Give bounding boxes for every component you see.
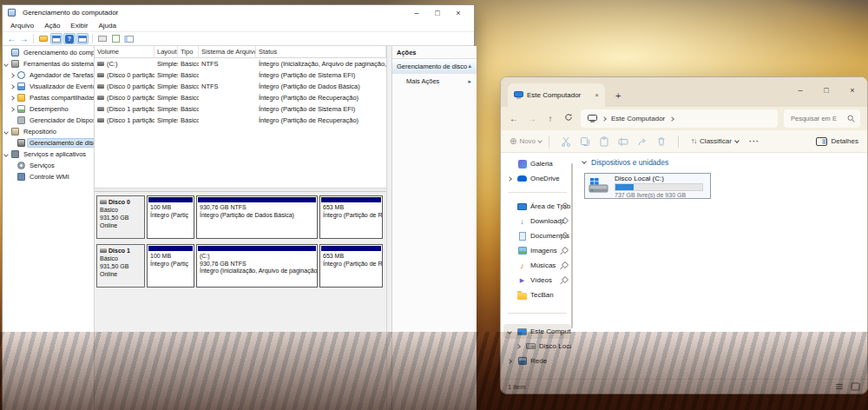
column-header-fs[interactable]: Sistema de Arquivos xyxy=(199,46,256,58)
console-window2-icon[interactable] xyxy=(76,33,89,44)
sidebar-item-tecban[interactable]: TecBan xyxy=(503,288,571,302)
forward-icon[interactable]: → xyxy=(526,113,538,125)
scrollbar-thumb[interactable] xyxy=(571,163,573,328)
tab-close-icon[interactable]: × xyxy=(595,91,599,99)
chevron-right-icon[interactable] xyxy=(10,84,15,89)
menu-acao[interactable]: Ação xyxy=(39,21,65,30)
delete-icon[interactable] xyxy=(656,136,667,147)
console-window-icon[interactable] xyxy=(50,33,62,44)
chevron-right-icon[interactable] xyxy=(10,96,15,101)
paste-icon[interactable] xyxy=(599,136,609,147)
sidebar-item-videos[interactable]: ▶Vídeos xyxy=(503,273,571,288)
chevron-right-icon[interactable] xyxy=(602,116,607,122)
partition[interactable]: 100 MBÍntegro (Partiç xyxy=(147,244,194,288)
new-tab-button[interactable]: + xyxy=(615,91,621,101)
chevron-right-icon[interactable] xyxy=(507,359,512,364)
menu-ajuda[interactable]: Ajuda xyxy=(93,21,121,30)
rename-icon[interactable] xyxy=(618,136,628,147)
chevron-right-icon[interactable] xyxy=(10,73,15,78)
section-devices-and-drives[interactable]: Dispositivos e unidades xyxy=(582,158,858,167)
partition-c[interactable]: (C:)930,76 GB NTFSÍntegro (Inicialização… xyxy=(196,244,318,288)
sidebar-item-galeria[interactable]: Galeria xyxy=(503,156,571,171)
chevron-right-icon[interactable] xyxy=(10,107,15,112)
search-box[interactable] xyxy=(784,109,860,128)
tree-item-visualizador[interactable]: Visualizador de Eventos xyxy=(3,81,94,92)
sort-button[interactable]: ↑↓ Classificar xyxy=(691,137,739,145)
popup-icon[interactable] xyxy=(96,33,108,44)
maximize-button[interactable]: □ xyxy=(813,77,839,103)
volume-cell[interactable]: (Disco 0 partição 4) xyxy=(95,92,155,103)
chevron-right-icon[interactable] xyxy=(669,116,674,122)
up-icon[interactable]: ↑ xyxy=(544,113,556,125)
sidebar-item-musicas[interactable]: ♪Músicas xyxy=(503,258,571,273)
drive-tile-c[interactable]: Disco Local (C:) 737 GB livre(s) de 930 … xyxy=(584,173,711,199)
actions-group-disk-management[interactable]: Gerenciamento de disco ▲ xyxy=(392,59,477,74)
volume-cell[interactable]: (Disco 1 partição 4) xyxy=(95,115,155,126)
column-header-tipo[interactable]: Tipo xyxy=(178,46,199,58)
disk1-label[interactable]: Disco 1 Básico 931,50 GB Online xyxy=(96,244,145,288)
volume-cell[interactable]: (C:) xyxy=(95,58,155,69)
cut-icon[interactable] xyxy=(561,136,571,147)
tree-item-gerenciador-disp[interactable]: Gerenciador de Disposit xyxy=(3,115,94,126)
sidebar-item-imagens[interactable]: Imagens xyxy=(503,243,571,258)
column-header-layout[interactable]: Layout xyxy=(155,46,178,58)
show-tree-icon[interactable] xyxy=(37,33,49,44)
chevron-down-icon[interactable] xyxy=(3,152,9,157)
chevron-right-icon[interactable] xyxy=(516,344,521,349)
chevron-right-icon[interactable] xyxy=(507,176,512,182)
back-icon[interactable]: ← xyxy=(6,33,17,44)
chevron-down-icon[interactable] xyxy=(507,329,512,334)
mmc-titlebar[interactable]: Gerenciamento do computador – □ × xyxy=(3,5,474,20)
sidebar-item-rede[interactable]: Rede xyxy=(503,354,571,368)
large-icons-view-icon[interactable] xyxy=(851,382,860,391)
more-options-icon[interactable]: ··· xyxy=(749,137,760,146)
partition[interactable]: 653 MBÍntegro (Partição de R xyxy=(319,244,383,288)
new-button[interactable]: ⊕ Novo xyxy=(510,136,542,146)
sidebar-item-onedrive[interactable]: OneDrive xyxy=(503,171,571,186)
collapse-icon[interactable]: ▲ xyxy=(467,63,472,69)
minimize-button[interactable]: – xyxy=(406,6,427,19)
copy-icon[interactable] xyxy=(580,136,590,147)
search-input[interactable] xyxy=(789,114,845,123)
forward-icon[interactable]: → xyxy=(18,33,30,44)
list-view-icon[interactable] xyxy=(835,382,844,391)
tree-item-desempenho[interactable]: Desempenho xyxy=(3,103,94,115)
menu-exibir[interactable]: Exibir xyxy=(65,21,93,30)
chevron-down-icon[interactable] xyxy=(582,159,587,164)
column-header-volume[interactable]: Volume xyxy=(95,46,155,58)
volume-cell[interactable]: (Disco 0 partição 1) xyxy=(95,69,155,81)
sidebar-item-disco-local[interactable]: Disco Local (C xyxy=(503,339,571,354)
panel-icon[interactable] xyxy=(122,33,135,44)
partition[interactable]: 930,76 GB NTFSÍntegro (Partição de Dados… xyxy=(196,195,318,239)
partition[interactable]: 653 MBÍntegro (Partição de R xyxy=(319,195,383,239)
close-button[interactable]: × xyxy=(448,6,469,19)
chevron-down-icon[interactable] xyxy=(3,62,9,67)
tree-item-pastas[interactable]: Pastas compartilhadas xyxy=(3,92,94,103)
volume-cell[interactable]: (Disco 0 partição 3) xyxy=(95,81,155,92)
sidebar-item-este-computador[interactable]: Este Computado xyxy=(503,324,571,339)
tree-item-servicos[interactable]: Serviços xyxy=(3,160,94,171)
more-actions-item[interactable]: Mais Ações ► xyxy=(392,74,477,89)
chevron-down-icon[interactable] xyxy=(3,129,9,135)
tab-este-computador[interactable]: Este Computador × xyxy=(508,83,605,107)
breadcrumb-item[interactable]: Este Computador xyxy=(611,115,665,122)
sidebar-item-documentos[interactable]: Documentos xyxy=(503,228,571,243)
share-icon[interactable] xyxy=(637,136,648,147)
minimize-button[interactable]: – xyxy=(787,77,813,103)
back-icon[interactable]: ← xyxy=(508,113,520,125)
breadcrumb[interactable]: Este Computador xyxy=(581,109,778,128)
sidebar-item-area-de-trabalho[interactable]: Área de Trab xyxy=(503,199,571,214)
details-button[interactable]: Detalhes xyxy=(816,137,858,146)
maximize-button[interactable]: □ xyxy=(427,6,448,19)
tree-item-repositorio[interactable]: Repositório xyxy=(3,126,94,137)
tree-item-ferramentas[interactable]: Ferramentas do sistema xyxy=(3,58,94,69)
refresh-icon[interactable] xyxy=(562,113,575,125)
tree-item-agendador[interactable]: Agendador de Tarefas xyxy=(3,69,94,81)
help-icon[interactable]: ? xyxy=(63,33,76,44)
volume-cell[interactable]: (Disco 1 partição 1) xyxy=(95,103,155,115)
disk0-label[interactable]: Disco 0 Básico 931,50 GB Online xyxy=(96,195,145,239)
partition[interactable]: 100 MBÍntegro (Partiç xyxy=(147,195,194,239)
tree-item-root[interactable]: Gerenciamento do computado xyxy=(3,47,94,58)
sidebar-item-downloads[interactable]: ↓Downloads xyxy=(503,214,571,228)
tree-item-wmi[interactable]: Controle WMI xyxy=(3,171,94,182)
